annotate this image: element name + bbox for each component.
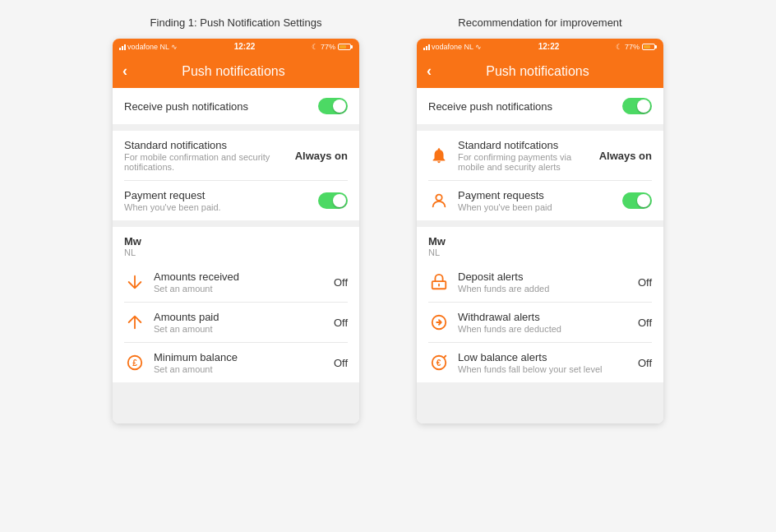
deposit-alerts-icon <box>428 271 450 293</box>
receive-toggle-right[interactable] <box>622 98 652 114</box>
page-wrapper: Finding 1: Push Notification Settings vo… <box>16 16 760 423</box>
item-text-0-right: Deposit alerts When funds are added <box>428 271 631 294</box>
svg-text:€: € <box>436 359 441 368</box>
signal-icon <box>119 44 126 50</box>
time-right: 12:22 <box>538 42 560 51</box>
bottom-gray-right <box>417 382 663 423</box>
item-value-2-left: Off <box>334 357 348 369</box>
battery-icon-right <box>642 44 657 50</box>
item-text-group-2-right: Low balance alerts When funds fall below… <box>458 351 602 374</box>
payment-toggle-left[interactable] <box>318 192 348 209</box>
payment-title-left: Payment request <box>124 189 312 201</box>
recommendation-title: Recommendation for improvement <box>458 16 621 29</box>
item-subtitle-1-right: When funds are deducted <box>458 324 561 334</box>
standard-title-left: Standard notifications <box>124 139 289 151</box>
item-text-1-right: Withdrawal alerts When funds are deducte… <box>428 311 631 334</box>
item-row-1-right[interactable]: Withdrawal alerts When funds are deducte… <box>417 303 663 342</box>
item-value-0-left: Off <box>334 276 348 289</box>
items-section-right: Deposit alerts When funds are added Off <box>417 262 663 382</box>
item-title-1-left: Amounts paid <box>154 311 219 323</box>
standard-subtitle-right: For confirming payments via mobile and s… <box>458 152 593 172</box>
payment-row-left: Payment request When you've been paid. <box>113 181 359 220</box>
receive-label-right: Receive push notifications <box>428 100 552 113</box>
divider-1-left <box>113 124 359 131</box>
carrier-left: vodafone NL <box>127 43 169 51</box>
status-left-right: vodafone NL ∿ <box>423 43 482 51</box>
standard-section-left: Standard notifications For mobile confir… <box>113 131 359 220</box>
item-value-1-right: Off <box>638 317 652 329</box>
item-subtitle-2-left: Set an amount <box>154 364 238 374</box>
bottom-gray-left <box>113 382 359 423</box>
back-button-left[interactable]: ‹ <box>122 62 127 80</box>
phone-left: vodafone NL ∿ 12:22 ☾ 77% ‹ Push notific… <box>113 39 359 423</box>
app-header-left: ‹ Push notifications <box>113 54 359 88</box>
moon-icon-left: ☾ <box>312 43 318 51</box>
battery-icon-left <box>338 44 353 50</box>
item-text-group-1-left: Amounts paid Set an amount <box>154 311 219 334</box>
receive-label-left: Receive push notifications <box>124 100 248 113</box>
wifi-icon-right: ∿ <box>475 43 482 51</box>
item-row-0-left[interactable]: Amounts received Set an amount Off <box>113 262 359 302</box>
signal-icon-right <box>423 44 430 50</box>
divider-2-right <box>417 220 663 227</box>
account-name-left: Mw <box>124 235 348 247</box>
item-value-1-left: Off <box>334 317 348 329</box>
payment-text-left: Payment request When you've been paid. <box>124 189 312 212</box>
status-left: vodafone NL ∿ <box>119 43 178 51</box>
svg-point-2 <box>436 195 441 201</box>
item-text-0-left: Amounts received Set an amount <box>124 271 327 294</box>
battery-pct-left: 77% <box>321 43 335 51</box>
right-column: Recommendation for improvement vodafone … <box>413 16 667 423</box>
payment-subtitle-right: When you've been paid <box>458 202 552 212</box>
item-subtitle-2-right: When funds fall below your set level <box>458 364 602 374</box>
low-balance-alerts-icon: € <box>428 352 450 373</box>
status-right-left: ☾ 77% <box>312 43 353 51</box>
receive-row-left: Receive push notifications <box>113 88 359 124</box>
status-bar-right: vodafone NL ∿ 12:22 ☾ 77% <box>417 39 663 54</box>
item-row-0-right[interactable]: Deposit alerts When funds are added Off <box>417 262 663 302</box>
item-row-1-left[interactable]: Amounts paid Set an amount Off <box>113 303 359 342</box>
item-subtitle-0-left: Set an amount <box>154 284 239 294</box>
item-row-2-left[interactable]: £ Minimum balance Set an amount Off <box>113 343 359 382</box>
payment-text-right: Payment requests When you've been paid <box>428 189 616 212</box>
payment-toggle-right[interactable] <box>622 192 652 209</box>
payment-text-group-right: Payment requests When you've been paid <box>458 189 552 212</box>
status-bar-left: vodafone NL ∿ 12:22 ☾ 77% <box>113 39 359 54</box>
item-title-1-right: Withdrawal alerts <box>458 311 561 323</box>
standard-text-group-right: Standard notifcations For confirming pay… <box>458 139 593 172</box>
receive-row-right: Receive push notifications <box>417 88 663 124</box>
divider-2-left <box>113 220 359 227</box>
amounts-paid-icon <box>124 312 146 333</box>
items-section-left: Amounts received Set an amount Off <box>113 262 359 382</box>
standard-value-left: Always on <box>295 150 348 162</box>
account-section-left: Mw NL <box>113 227 359 262</box>
item-text-group-0-left: Amounts received Set an amount <box>154 271 239 294</box>
standard-title-right: Standard notifcations <box>458 139 593 151</box>
item-text-group-2-left: Minimum balance Set an amount <box>154 351 238 374</box>
amounts-received-icon <box>124 271 146 293</box>
payment-title-right: Payment requests <box>458 189 552 201</box>
item-text-group-1-right: Withdrawal alerts When funds are deducte… <box>458 311 561 334</box>
receive-toggle-left[interactable] <box>318 98 348 114</box>
svg-text:£: £ <box>132 359 137 368</box>
bell-icon <box>428 145 450 166</box>
payment-row-right: Payment requests When you've been paid <box>417 181 663 220</box>
back-button-right[interactable]: ‹ <box>427 62 432 80</box>
item-subtitle-1-left: Set an amount <box>154 324 219 334</box>
account-section-right: Mw NL <box>417 227 663 262</box>
payment-subtitle-left: When you've been paid. <box>124 202 312 212</box>
payment-icon-right <box>428 190 450 211</box>
item-title-0-left: Amounts received <box>154 271 239 283</box>
item-row-2-right[interactable]: € Low balance alerts When funds fall bel… <box>417 343 663 382</box>
status-right-right: ☾ 77% <box>616 43 657 51</box>
standard-section-right: Standard notifcations For confirming pay… <box>417 131 663 220</box>
header-title-left: Push notifications <box>134 64 333 79</box>
item-text-group-0-right: Deposit alerts When funds are added <box>458 271 549 294</box>
wifi-icon-left: ∿ <box>171 43 178 51</box>
standard-text-left: Standard notifications For mobile confir… <box>124 139 289 172</box>
time-left: 12:22 <box>234 42 256 51</box>
minimum-balance-icon: £ <box>124 352 146 373</box>
standard-row-left: Standard notifications For mobile confir… <box>113 131 359 180</box>
carrier-right: vodafone NL <box>432 43 473 51</box>
standard-row-right: Standard notifcations For confirming pay… <box>417 131 663 180</box>
